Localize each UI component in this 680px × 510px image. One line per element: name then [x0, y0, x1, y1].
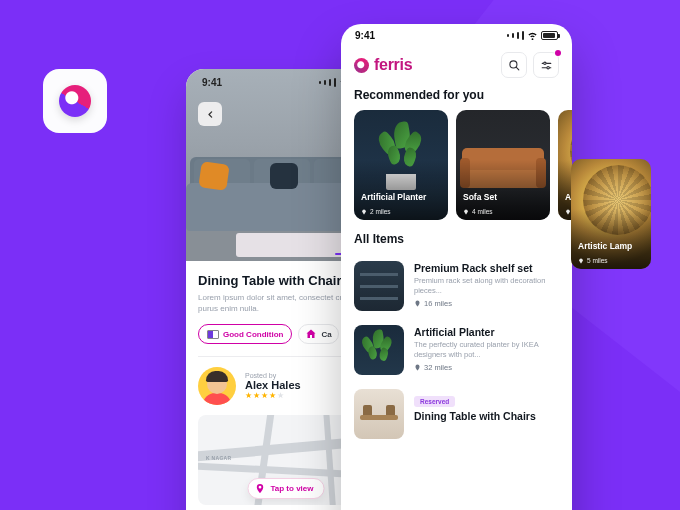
item-thumbnail: [354, 325, 404, 375]
wifi-icon: [527, 30, 538, 41]
sliders-icon: [540, 59, 553, 72]
tap-to-view-chip[interactable]: Tap to view: [248, 478, 325, 499]
item-title: Premium Rack shelf set: [414, 262, 559, 274]
status-indicators: [507, 30, 558, 41]
posted-by-label: Posted by: [245, 372, 301, 379]
item-subtitle: Premium rack set along with decoration p…: [414, 276, 559, 296]
svg-point-2: [546, 66, 548, 68]
map-area-label: K NAGAR: [206, 455, 231, 461]
item-distance: 16 miles: [414, 299, 559, 308]
recommendation-card[interactable]: Sofa Set 4 miles: [456, 110, 550, 220]
recommended-carousel[interactable]: Artificial Planter 2 miles Sofa Set 4 mi…: [341, 110, 572, 220]
card-distance: 4 miles: [463, 208, 493, 215]
back-button[interactable]: [198, 102, 222, 126]
recommendation-card[interactable]: Artistic Lamp 5 miles: [558, 110, 572, 220]
list-item[interactable]: Artificial Planter The perfectly curated…: [354, 318, 559, 382]
tap-to-view-label: Tap to view: [271, 484, 314, 493]
search-button[interactable]: [501, 52, 527, 78]
status-time: 9:41: [355, 30, 375, 41]
status-time: 9:41: [202, 77, 222, 88]
card-distance: 5 miles: [578, 257, 608, 264]
recommended-heading: Recommended for you: [341, 88, 572, 110]
all-items-list: Premium Rack shelf set Premium rack set …: [341, 254, 572, 446]
card-distance: 2 miles: [361, 208, 391, 215]
category-badge[interactable]: Ca: [298, 324, 338, 344]
item-distance: 32 miles: [414, 363, 559, 372]
svg-point-1: [543, 62, 545, 64]
card-title: Artificial Planter: [361, 192, 426, 202]
filter-active-dot: [555, 50, 561, 56]
chevron-left-icon: [206, 110, 215, 119]
item-title: Dining Table with Chairs: [414, 410, 559, 422]
card-title: Sofa Set: [463, 192, 497, 202]
app-header: ferris: [341, 46, 572, 88]
all-items-heading: All Items: [341, 220, 572, 254]
pin-icon: [255, 483, 266, 494]
condition-label: Good Condition: [223, 330, 283, 339]
reserved-chip: Reserved: [414, 396, 455, 407]
item-thumbnail: [354, 261, 404, 311]
search-icon: [508, 59, 521, 72]
item-thumbnail: [354, 389, 404, 439]
avatar: [198, 367, 236, 405]
recommendation-card-overflow[interactable]: Artistic Lamp 5 miles: [571, 159, 651, 269]
app-launcher-icon[interactable]: [43, 69, 107, 133]
list-item[interactable]: Reserved Dining Table with Chairs: [354, 382, 559, 446]
card-title: Artistic Lamp: [578, 241, 632, 251]
home-feed-screen: 9:41 ferris Recommended for you Art: [341, 24, 572, 510]
filter-button[interactable]: [533, 52, 559, 78]
status-bar: 9:41: [341, 24, 572, 46]
brand-wordmark: ferris: [374, 56, 412, 74]
battery-icon: [541, 31, 558, 40]
condition-badge[interactable]: Good Condition: [198, 324, 292, 344]
list-item[interactable]: Premium Rack shelf set Premium rack set …: [354, 254, 559, 318]
item-title: Artificial Planter: [414, 326, 559, 338]
ferris-logo-icon: [59, 85, 91, 117]
category-label: Ca: [321, 330, 331, 339]
ferris-logo-icon: [354, 58, 369, 73]
rating-stars: ★★★★★: [245, 391, 301, 400]
home-icon: [305, 328, 317, 340]
seller-name: Alex Hales: [245, 379, 301, 391]
condition-icon: [207, 330, 219, 339]
item-subtitle: The perfectly curated planter by IKEA de…: [414, 340, 559, 360]
recommendation-card[interactable]: Artificial Planter 2 miles: [354, 110, 448, 220]
brand-logo[interactable]: ferris: [354, 56, 412, 74]
